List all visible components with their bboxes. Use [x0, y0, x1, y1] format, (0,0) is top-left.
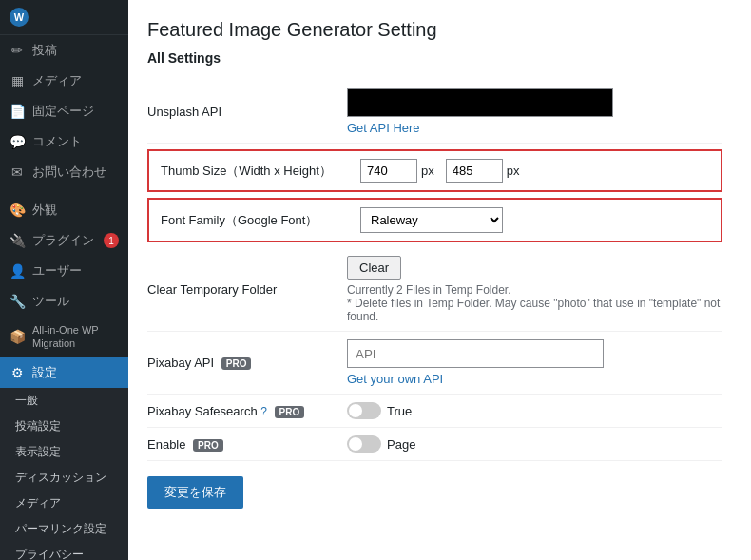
sidebar-item-migration[interactable]: 📦 All-in-One WP Migration — [0, 317, 128, 357]
sidebar-item-plugins[interactable]: 🔌 プラグイン 1 — [0, 225, 128, 256]
temp-info: Currently 2 Files in Temp Folder. — [347, 283, 722, 297]
sidebar-item-settings[interactable]: ⚙ 設定 — [0, 357, 128, 388]
px-label-1: px — [421, 164, 434, 178]
save-button[interactable]: 変更を保存 — [147, 476, 243, 509]
settings-icon: ⚙ — [10, 365, 25, 380]
submenu-label: 投稿設定 — [15, 418, 61, 434]
enable-label: Enable PRO — [147, 437, 347, 452]
get-api-link[interactable]: Get API Here — [347, 121, 722, 135]
plugins-icon: 🔌 — [10, 233, 25, 248]
sidebar-item-media[interactable]: ▦ メディア — [0, 66, 128, 96]
settings-submenu: 一般 投稿設定 表示設定 ディスカッション メディア パーマリンク設定 プライバ… — [0, 388, 128, 560]
sidebar-item-label: 投稿 — [32, 42, 57, 59]
submenu-privacy[interactable]: プライバシー — [0, 542, 128, 560]
font-family-label: Font Family（Google Font） — [161, 212, 360, 229]
sidebar-item-users[interactable]: 👤 ユーザー — [0, 256, 128, 286]
sidebar-logo: W — [0, 0, 128, 35]
px-label-2: px — [507, 164, 520, 178]
clear-temp-content: Clear Currently 2 Files in Temp Folder. … — [347, 256, 722, 323]
pixabay-api-content: Get your own API — [347, 339, 722, 386]
thumb-height-input[interactable] — [446, 159, 503, 183]
contact-icon: ✉ — [10, 164, 25, 180]
submenu-label: プライバシー — [15, 547, 84, 560]
sidebar-item-pages[interactable]: 📄 固定ページ — [0, 96, 128, 126]
thumb-width-input[interactable] — [360, 159, 417, 183]
sidebar-item-label: 固定ページ — [32, 103, 94, 120]
safesearch-help-icon[interactable]: ? — [260, 405, 267, 418]
thumb-size-row: Thumb Size（Width x Height） px px — [147, 149, 722, 192]
save-section: 変更を保存 — [147, 461, 722, 509]
sidebar-item-posts[interactable]: ✏ 投稿 — [0, 35, 128, 66]
sidebar-item-label: コメント — [32, 133, 82, 150]
submenu-label: 一般 — [15, 393, 38, 409]
pixabay-safesearch-label: Pixabay Safesearch ? PRO — [147, 404, 347, 418]
sidebar-item-appearance[interactable]: 🎨 外観 — [0, 195, 128, 225]
sidebar: W ✏ 投稿 ▦ メディア 📄 固定ページ 💬 コメント ✉ お問い合わせ 🎨 … — [0, 0, 128, 560]
pixabay-api-pro-badge: PRO — [221, 357, 252, 370]
appearance-icon: 🎨 — [10, 203, 25, 218]
unsplash-api-content: Get API Here — [347, 88, 722, 135]
sidebar-item-contact[interactable]: ✉ お問い合わせ — [0, 157, 128, 187]
enable-toggle[interactable] — [347, 435, 381, 453]
migration-icon: 📦 — [10, 328, 25, 345]
submenu-writing[interactable]: 投稿設定 — [0, 414, 128, 439]
enable-toggle-label: Page — [387, 437, 415, 452]
clear-temp-row: Clear Temporary Folder Clear Currently 2… — [147, 248, 722, 332]
clear-temp-label: Clear Temporary Folder — [147, 282, 347, 297]
tools-icon: 🔧 — [10, 294, 25, 309]
enable-row: Enable PRO Page — [147, 428, 722, 461]
submenu-permalinks[interactable]: パーマリンク設定 — [0, 516, 128, 542]
sidebar-item-label: 外観 — [32, 202, 57, 219]
plugins-badge: 1 — [104, 233, 119, 248]
pixabay-api-label: Pixabay API PRO — [147, 356, 347, 370]
thumb-size-label: Thumb Size（Width x Height） — [161, 163, 360, 180]
thumb-size-inputs: px px — [360, 159, 519, 183]
submenu-discussion[interactable]: ディスカッション — [0, 465, 128, 491]
submenu-label: 表示設定 — [15, 444, 61, 460]
posts-icon: ✏ — [10, 43, 25, 58]
content-area: Featured Image Generator Setting All Set… — [128, 0, 751, 560]
submenu-label: ディスカッション — [15, 470, 106, 486]
submenu-general[interactable]: 一般 — [0, 388, 128, 414]
pixabay-api-row: Pixabay API PRO Get your own API — [147, 332, 722, 395]
pixabay-api-input[interactable] — [347, 339, 604, 368]
font-family-content: Raleway Open Sans Roboto Lato Montserrat — [360, 207, 503, 233]
sidebar-item-label: プラグイン — [32, 232, 94, 249]
sidebar-item-label: 設定 — [32, 364, 57, 381]
enable-content: Page — [347, 435, 722, 453]
unsplash-api-label: Unsplash API — [147, 105, 347, 119]
submenu-media[interactable]: メディア — [0, 491, 128, 516]
sidebar-item-label: ツール — [32, 293, 69, 310]
sidebar-item-label: ユーザー — [32, 262, 82, 280]
page-title: Featured Image Generator Setting — [147, 19, 722, 41]
safesearch-toggle-label: True — [387, 404, 412, 418]
submenu-label: メディア — [15, 495, 61, 512]
sidebar-item-label: お問い合わせ — [32, 164, 106, 181]
font-family-row: Font Family（Google Font） Raleway Open Sa… — [147, 198, 722, 242]
enable-pro-badge: PRO — [193, 439, 223, 452]
unsplash-api-row: Unsplash API Get API Here — [147, 81, 722, 144]
comments-icon: 💬 — [10, 134, 25, 149]
sidebar-item-label: All-in-One WP Migration — [32, 323, 119, 351]
safesearch-toggle[interactable] — [347, 402, 381, 419]
section-title: All Settings — [147, 50, 722, 66]
sidebar-item-tools[interactable]: 🔧 ツール — [0, 286, 128, 317]
pixabay-get-api-link[interactable]: Get your own API — [347, 372, 722, 386]
sidebar-item-label: メディア — [32, 72, 82, 89]
wp-logo-icon: W — [10, 8, 29, 27]
unsplash-api-input[interactable] — [347, 88, 613, 117]
font-family-select[interactable]: Raleway Open Sans Roboto Lato Montserrat — [360, 207, 503, 233]
safesearch-content: True — [347, 402, 722, 419]
enable-label-text: Enable — [147, 437, 185, 452]
temp-warning: * Delete files in Temp Folder. May cause… — [347, 297, 722, 323]
safesearch-pro-badge: PRO — [275, 406, 305, 418]
media-icon: ▦ — [10, 73, 25, 88]
pixabay-safesearch-row: Pixabay Safesearch ? PRO True — [147, 395, 722, 428]
sidebar-item-comments[interactable]: 💬 コメント — [0, 126, 128, 157]
pixabay-safesearch-label-text: Pixabay Safesearch — [147, 404, 258, 418]
clear-button[interactable]: Clear — [347, 256, 401, 280]
submenu-label: パーマリンク設定 — [15, 521, 106, 537]
users-icon: 👤 — [10, 263, 25, 279]
pixabay-api-label-text: Pixabay API — [147, 356, 214, 370]
submenu-reading[interactable]: 表示設定 — [0, 439, 128, 465]
